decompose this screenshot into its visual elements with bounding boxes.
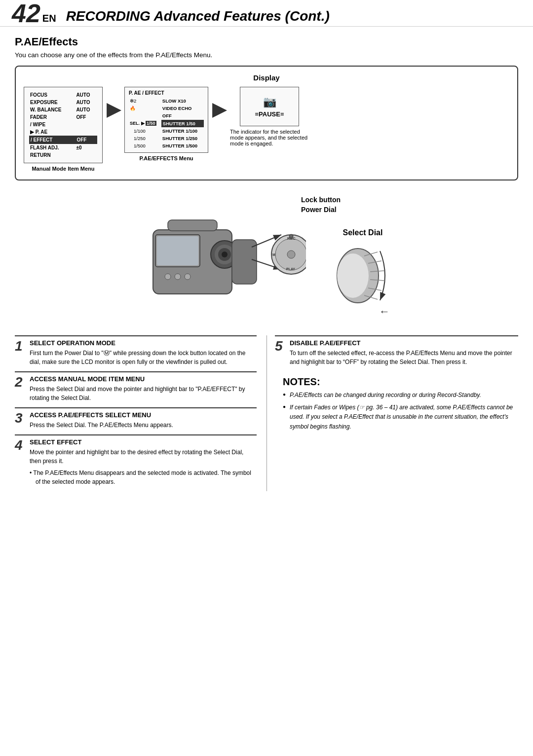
arrow-1: ▶: [107, 87, 120, 120]
lock-button-label: Lock button: [301, 196, 341, 204]
steps-grid: 1 SELECT OPERATION MODE First turn the P…: [15, 335, 518, 491]
camcorder-area: REC A/V PLAY M: [138, 190, 306, 324]
arrow-2: ▶: [212, 87, 226, 120]
svg-rect-2: [157, 236, 198, 265]
header-title-block: RECORDING Advanced Features (Cont.): [66, 0, 521, 26]
step-1-body: First turn the Power Dial to "Ⓜ" while p…: [30, 349, 257, 366]
step-3-heading: ACCESS P.AE/EFFECTS SELECT MENU: [30, 411, 257, 419]
step-1-heading: SELECT OPERATION MODE: [30, 339, 257, 347]
step-5-heading: DISABLE P.AE/EFFECT: [290, 339, 518, 347]
select-dial-label: Select Dial: [343, 228, 383, 237]
pae-panel-col: P. AE / EFFECT ✻2SLOW X10 🔥VIDEO ECHO OF…: [124, 87, 208, 161]
manual-mode-label: Manual Mode Item Menu: [32, 166, 94, 172]
notes-section: NOTES: P.AE/Effects can be changed durin…: [275, 376, 518, 432]
step-5-content: DISABLE P.AE/EFFECT To turn off the sele…: [290, 339, 518, 366]
camera-icon: 📷: [263, 96, 276, 108]
dial-arrow: ←: [379, 305, 390, 318]
display-box-title: Display: [24, 73, 509, 82]
svg-point-21: [289, 234, 293, 238]
step-1: 1 SELECT OPERATION MODE First turn the P…: [15, 335, 257, 366]
pause-col: 📷 ≡PAUSE≡ The indicator for the selected…: [230, 87, 309, 146]
svg-text:PLAY: PLAY: [286, 267, 295, 271]
step-1-content: SELECT OPERATION MODE First turn the Pow…: [30, 339, 257, 366]
step-2-number: 2: [15, 375, 26, 402]
step-2-heading: ACCESS MANUAL MODE ITEM MENU: [30, 375, 257, 383]
header-recording: RECORDING: [66, 8, 151, 24]
step-3: 3 ACCESS P.AE/EFFECTS SELECT MENU Press …: [15, 407, 257, 430]
header-rest: Advanced Features (Cont.): [151, 8, 330, 24]
steps-right-col: 5 DISABLE P.AE/EFFECT To turn off the se…: [266, 335, 518, 491]
pae-panel-title: P. AE / EFFECT: [129, 90, 204, 96]
diagram-row: REC A/V PLAY M Lock button: [15, 190, 518, 324]
svg-point-20: [287, 251, 295, 258]
svg-point-9: [175, 274, 181, 280]
svg-point-10: [185, 274, 190, 280]
pae-effects-panel: P. AE / EFFECT ✻2SLOW X10 🔥VIDEO ECHO OF…: [124, 87, 208, 153]
step-2-content: ACCESS MANUAL MODE ITEM MENU Press the S…: [30, 375, 257, 402]
svg-rect-11: [168, 220, 217, 231]
page-body: P.AE/Effects You can choose any one of t…: [0, 27, 533, 503]
select-dial-area: Select Dial: [331, 228, 395, 318]
pae-menu-label: P.AE/EFFECTS Menu: [139, 155, 193, 161]
notes-item-2: If certain Fades or Wipes (☞ pg. 36 – 41…: [283, 403, 518, 432]
section-intro: You can choose any one of the effects fr…: [15, 51, 518, 59]
camcorder-svg: REC A/V PLAY M: [138, 190, 306, 324]
step-5-number: 5: [275, 339, 286, 366]
manual-mode-panel: FOCUSAUTO EXPOSUREAUTO W. BALANCEAUTO FA…: [24, 87, 103, 163]
page-number: 42: [12, 0, 40, 26]
step-4-heading: SELECT EFFECT: [30, 438, 257, 446]
notes-item-1: P.AE/Effects can be changed during recor…: [283, 391, 518, 400]
diagram-right: Lock button Power Dial Select Dial: [301, 196, 395, 318]
step-4-body: Move the pointer and highlight bar to th…: [30, 448, 257, 466]
page-header: 42 EN RECORDING Advanced Features (Cont.…: [0, 0, 533, 27]
step-3-number: 3: [15, 411, 26, 430]
step-4-bullet: The P.AE/Effects Menu disappears and the…: [30, 468, 257, 486]
svg-point-24: [337, 253, 369, 298]
step-5: 5 DISABLE P.AE/EFFECT To turn off the se…: [275, 335, 518, 366]
power-dial-label: Power Dial: [301, 206, 337, 214]
svg-point-6: [222, 252, 228, 257]
step-4-number: 4: [15, 438, 26, 486]
section-title: P.AE/Effects: [15, 36, 518, 48]
notes-title: NOTES:: [283, 376, 518, 388]
manual-mode-col: FOCUSAUTO EXPOSUREAUTO W. BALANCEAUTO FA…: [24, 87, 103, 172]
page-en: EN: [42, 13, 56, 24]
header-title-text: RECORDING Advanced Features (Cont.): [66, 8, 330, 24]
pause-panel: 📷 ≡PAUSE≡: [240, 87, 299, 126]
panels-row: FOCUSAUTO EXPOSUREAUTO W. BALANCEAUTO FA…: [24, 87, 509, 172]
step-1-number: 1: [15, 339, 26, 366]
display-box: Display FOCUSAUTO EXPOSUREAUTO W. BALANC…: [15, 66, 518, 180]
step-3-body: Press the Select Dial. The P.AE/Effects …: [30, 421, 257, 430]
indicator-label: The indicator for the selected mode appe…: [230, 129, 309, 146]
steps-left-col: 1 SELECT OPERATION MODE First turn the P…: [15, 335, 266, 491]
step-4-content: SELECT EFFECT Move the pointer and highl…: [30, 438, 257, 486]
svg-point-8: [165, 274, 171, 280]
select-dial-svg: [331, 241, 395, 310]
step-4: 4 SELECT EFFECT Move the pointer and hig…: [15, 434, 257, 486]
step-2-body: Press the Select Dial and move the point…: [30, 385, 257, 402]
step-3-content: ACCESS P.AE/EFFECTS SELECT MENU Press th…: [30, 411, 257, 430]
svg-text:M: M: [272, 253, 275, 256]
pause-text: ≡PAUSE≡: [255, 110, 284, 118]
step-5-body: To turn off the selected effect, re-acce…: [290, 349, 518, 366]
step-2: 2 ACCESS MANUAL MODE ITEM MENU Press the…: [15, 371, 257, 402]
